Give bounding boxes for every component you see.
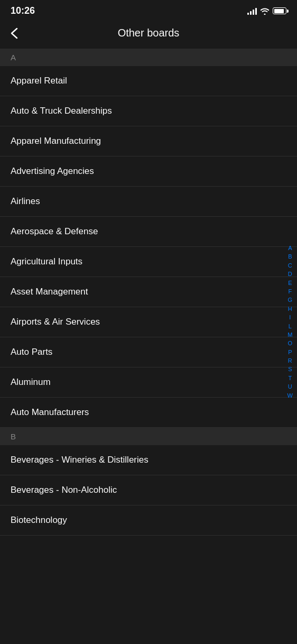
- header: Other boards: [0, 20, 297, 49]
- list-item[interactable]: Airlines: [0, 187, 297, 217]
- list-item[interactable]: Aluminum: [0, 367, 297, 398]
- list-item-label: Airlines: [11, 196, 40, 207]
- list-item[interactable]: Asset Management: [0, 277, 297, 307]
- list-item[interactable]: Apparel Manufacturing: [0, 126, 297, 157]
- list-item-label: Beverages - Wineries & Distilleries: [11, 455, 148, 465]
- list-item[interactable]: Advertising Agencies: [0, 157, 297, 187]
- list-item-label: Auto & Truck Dealerships: [11, 106, 112, 116]
- alpha-letter-c[interactable]: C: [286, 262, 294, 270]
- alpha-letter-w[interactable]: W: [285, 392, 295, 400]
- list-item-label: Apparel Manufacturing: [11, 136, 101, 146]
- list-item[interactable]: Airports & Air Services: [0, 307, 297, 337]
- list-item[interactable]: Agricultural Inputs: [0, 247, 297, 277]
- list-item-label: Biotechnology: [11, 515, 67, 526]
- list-item-label: Aluminum: [11, 377, 51, 388]
- list-item-label: Beverages - Non-Alcoholic: [11, 485, 117, 495]
- list-item-label: Asset Management: [11, 287, 88, 297]
- list-item-label: Auto Parts: [11, 347, 52, 357]
- list-item-label: Advertising Agencies: [11, 166, 94, 177]
- list-item[interactable]: Apparel Retail: [0, 66, 297, 96]
- status-bar: 10:26: [0, 0, 297, 20]
- section-header-b: B: [0, 428, 297, 445]
- alpha-letter-l[interactable]: L: [286, 323, 294, 330]
- content: AApparel RetailAuto & Truck DealershipsA…: [0, 49, 297, 536]
- alpha-letter-e[interactable]: E: [286, 279, 294, 287]
- alpha-letter-d[interactable]: D: [286, 270, 294, 278]
- alpha-letter-t[interactable]: T: [286, 374, 294, 382]
- page-title: Other boards: [118, 27, 180, 39]
- alpha-letter-b[interactable]: B: [286, 253, 294, 261]
- list-item[interactable]: Auto Manufacturers: [0, 398, 297, 428]
- alpha-letter-m[interactable]: M: [285, 331, 294, 339]
- alpha-letter-f[interactable]: F: [286, 288, 294, 296]
- status-time: 10:26: [11, 5, 35, 16]
- alpha-letter-s[interactable]: S: [286, 365, 294, 373]
- alpha-letter-i[interactable]: I: [287, 314, 293, 321]
- alpha-index[interactable]: ABCDEFGHILMOPRSTUW: [285, 244, 295, 400]
- signal-icon: [247, 7, 257, 15]
- list-item-label: Auto Manufacturers: [11, 407, 89, 418]
- list-item[interactable]: Auto Parts: [0, 337, 297, 367]
- status-icons: [247, 7, 286, 15]
- back-button[interactable]: [11, 27, 18, 39]
- alpha-letter-r[interactable]: R: [286, 357, 294, 365]
- list-item[interactable]: Auto & Truck Dealerships: [0, 96, 297, 126]
- list-item-label: Agricultural Inputs: [11, 256, 82, 267]
- alpha-letter-o[interactable]: O: [286, 339, 295, 347]
- list-item[interactable]: Beverages - Non-Alcoholic: [0, 475, 297, 505]
- list-item[interactable]: Beverages - Wineries & Distilleries: [0, 445, 297, 475]
- wifi-icon: [260, 7, 270, 15]
- list-item-label: Aerospace & Defense: [11, 226, 98, 237]
- battery-icon: [273, 7, 286, 14]
- alpha-letter-h[interactable]: H: [286, 305, 294, 313]
- list-item-label: Airports & Air Services: [11, 317, 100, 327]
- alpha-letter-g[interactable]: G: [286, 296, 295, 304]
- alpha-letter-a[interactable]: A: [286, 244, 294, 252]
- alpha-letter-u[interactable]: U: [286, 383, 294, 391]
- list-item-label: Apparel Retail: [11, 76, 67, 86]
- list-item[interactable]: Biotechnology: [0, 505, 297, 536]
- alpha-letter-p[interactable]: P: [286, 348, 294, 356]
- list-item[interactable]: Aerospace & Defense: [0, 217, 297, 247]
- section-header-a: A: [0, 49, 297, 66]
